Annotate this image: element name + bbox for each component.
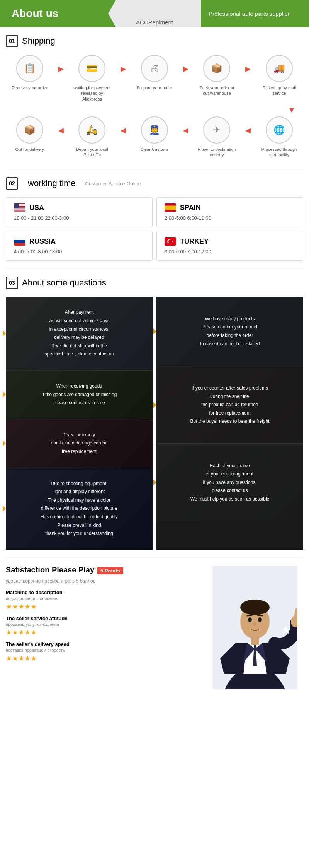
step-6-icon: 📦 bbox=[16, 116, 43, 144]
q-left-1: After payment we will send out within 7 … bbox=[6, 297, 153, 371]
step-5: 🚚 Picked up by mail service bbox=[260, 55, 299, 96]
brand-label: ACCReplment bbox=[108, 0, 201, 27]
satisfaction-right bbox=[207, 566, 303, 689]
rating-3-label: The seller's delivery speed bbox=[6, 641, 203, 647]
svg-rect-12 bbox=[14, 237, 25, 240]
arrow-right-1 bbox=[153, 328, 156, 335]
step-8-icon: 👮 bbox=[141, 116, 168, 144]
rating-1-label: Matching to description bbox=[6, 589, 203, 595]
svg-rect-4 bbox=[14, 208, 25, 209]
time-grid: USA 18:00 - 21:00 22:00-3:00 SPAIN 2:00-… bbox=[6, 197, 303, 261]
step-3: 🖨 Prepare your order bbox=[135, 55, 174, 91]
step-2-icon: 💳 bbox=[78, 55, 105, 82]
arrow-left-2 bbox=[3, 391, 6, 398]
svg-rect-9 bbox=[165, 206, 176, 210]
step-9-icon: ✈ bbox=[203, 116, 230, 144]
q-left-4-text: Due to shooting equipment, light and dis… bbox=[41, 480, 118, 538]
shipping-title: 01 Shipping bbox=[6, 35, 303, 47]
questions-title: 03 About some questions bbox=[6, 277, 303, 289]
arrow-8: ◀ bbox=[245, 126, 251, 135]
rating-1-sub: подходящие для описания bbox=[6, 596, 203, 601]
arrow-1: ▶ bbox=[58, 65, 64, 73]
arrow-7: ◀ bbox=[183, 126, 188, 135]
shipping-row-1: 📋 Receive your order ▶ 💳 waiting for pay… bbox=[6, 55, 303, 102]
russia-header: RUSSIA bbox=[14, 237, 144, 246]
step-4-icon: 📦 bbox=[203, 55, 230, 82]
svg-point-25 bbox=[248, 617, 252, 622]
q-right-2-text: If you encounter after-sales problems Du… bbox=[190, 384, 270, 426]
rating-2-label: The seller service attitude bbox=[6, 615, 203, 621]
rating-1-stars: ★★★★★ bbox=[6, 602, 203, 611]
step-3-icon: 🖨 bbox=[141, 55, 168, 82]
questions-left: After payment we will send out within 7 … bbox=[6, 297, 153, 549]
satisfaction-section: Satisfaction Please Play 5 Points удовле… bbox=[0, 558, 309, 697]
arrow-2: ▶ bbox=[121, 65, 126, 73]
arrow-left-4 bbox=[3, 506, 6, 512]
svg-point-29 bbox=[253, 622, 256, 626]
q-right-3-text: Each of your praise is your encouragemen… bbox=[190, 462, 270, 504]
usa-flag bbox=[14, 203, 25, 212]
step-10-icon: 🌐 bbox=[266, 116, 293, 144]
step-2: 💳 waiting for payment released by Aliexp… bbox=[73, 55, 111, 102]
svg-point-24 bbox=[240, 600, 270, 615]
svg-rect-6 bbox=[14, 211, 25, 212]
q-left-4: Due to shooting equipment, light and dis… bbox=[6, 468, 153, 550]
arrow-4: ▶ bbox=[245, 65, 251, 73]
q-left-3: 1 year warranty non-human damage can be … bbox=[6, 419, 153, 468]
q-left-1-text: After payment we will send out within 7 … bbox=[45, 308, 114, 359]
usa-times: 18:00 - 21:00 22:00-3:00 bbox=[14, 215, 144, 221]
questions-right: We have many products Please confirm you… bbox=[156, 297, 303, 549]
arrow-left-3 bbox=[3, 440, 6, 446]
russia-flag bbox=[14, 237, 25, 246]
rating-3: The seller's delivery speed поставка про… bbox=[6, 641, 203, 663]
svg-rect-7 bbox=[14, 203, 19, 208]
svg-line-35 bbox=[295, 610, 297, 618]
about-us-label: About us bbox=[0, 0, 108, 27]
svg-point-15 bbox=[168, 240, 171, 243]
rating-2-sub: продавец услуг отношения bbox=[6, 622, 203, 627]
svg-line-27 bbox=[247, 615, 252, 616]
spain-flag bbox=[165, 203, 176, 212]
time-card-turkey: TURKEY 3:00-6:00 7:00-12:00 bbox=[156, 231, 303, 261]
arrow-3: ▶ bbox=[183, 65, 188, 73]
svg-line-28 bbox=[257, 615, 263, 616]
step-5-icon: 🚚 bbox=[266, 55, 293, 82]
step-7: 🛵 Depart your local Post offic bbox=[73, 116, 111, 158]
tagline: Professional auto parts supplier bbox=[201, 0, 309, 27]
questions-grid: After payment we will send out within 7 … bbox=[6, 297, 303, 549]
step-9: ✈ Flown to destination country bbox=[197, 116, 236, 158]
working-time-num: 02 bbox=[6, 177, 18, 190]
step-4: 📦 Pack your order at out warehouse bbox=[197, 55, 236, 96]
step-8: 👮 Clear Customs bbox=[135, 116, 174, 152]
arrow-right-2 bbox=[153, 402, 156, 408]
q-right-1-text: We have many products Please confirm you… bbox=[200, 315, 260, 348]
russia-times: 4:00 -7:00 8:00-13:00 bbox=[14, 249, 144, 255]
q-right-3: Each of your praise is your encouragemen… bbox=[156, 444, 303, 521]
step-1: 📋 Receive your order bbox=[10, 55, 49, 91]
satisfaction-subtitle: удовлетворение просьба играть 5 баллов bbox=[6, 578, 203, 584]
step-6: 📦 Out for delivery bbox=[10, 116, 49, 152]
q-left-3-text: 1 year warranty non-human damage can be … bbox=[51, 431, 108, 456]
arrow-left-1 bbox=[3, 330, 6, 337]
rating-2: The seller service attitude продавец усл… bbox=[6, 615, 203, 637]
arrow-6: ◀ bbox=[121, 126, 126, 135]
points-badge: 5 Points bbox=[97, 567, 123, 574]
page-header: About us ACCReplment Professional auto p… bbox=[0, 0, 309, 27]
q-left-2: When receiving goods If the goods are da… bbox=[6, 371, 153, 419]
rating-3-stars: ★★★★★ bbox=[6, 654, 203, 663]
questions-section: 03 About some questions After payment we… bbox=[0, 269, 309, 557]
rating-2-stars: ★★★★★ bbox=[6, 628, 203, 637]
rating-3-sub: поставка продавцом скорость bbox=[6, 648, 203, 653]
down-arrow: ▼ bbox=[6, 106, 303, 114]
shipping-row-2: 📦 Out for delivery ◀ 🛵 Depart your local… bbox=[6, 116, 303, 158]
svg-point-26 bbox=[258, 617, 262, 622]
time-card-russia: RUSSIA 4:00 -7:00 8:00-13:00 bbox=[6, 231, 153, 261]
spain-times: 2:00-5:00 6:00-11:00 bbox=[165, 215, 295, 221]
q-left-2-text: When receiving goods If the goods are da… bbox=[42, 382, 117, 407]
q-right-1: We have many products Please confirm you… bbox=[156, 297, 303, 366]
q-right-2: If you encounter after-sales problems Du… bbox=[156, 366, 303, 444]
step-10: 🌐 Processed through sort facility bbox=[260, 116, 299, 158]
shipping-num: 01 bbox=[6, 35, 18, 47]
working-time-section: 02 working time Customer Service Online bbox=[0, 169, 309, 268]
arrow-right-3 bbox=[153, 479, 156, 485]
